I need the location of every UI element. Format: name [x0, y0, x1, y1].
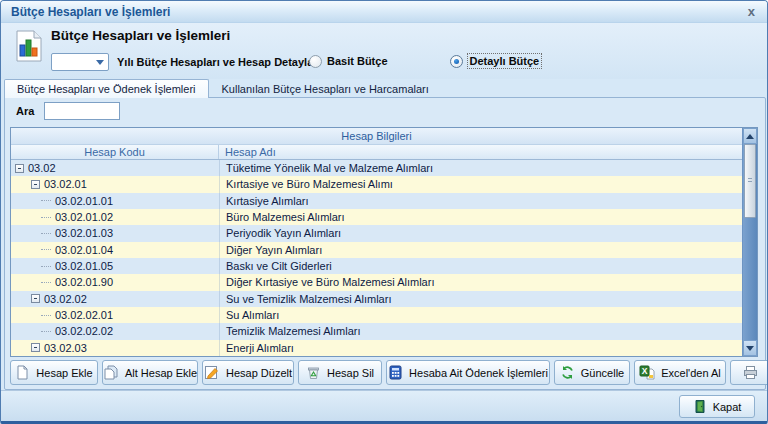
- table-row[interactable]: 03.02.02 Su ve Temizlik Malzemesi Alımla…: [11, 291, 742, 307]
- radio-detayli-butce[interactable]: Detaylı Bütçe: [450, 54, 542, 68]
- window-titlebar[interactable]: Bütçe Hesapları ve İşlemleri x: [1, 1, 767, 23]
- tree-expand-icon[interactable]: [41, 266, 51, 267]
- hesaba-ait-odenek-button[interactable]: Hesaba Ait Ödenek İşlemleri: [386, 360, 550, 385]
- account-code: 03.02.02: [44, 293, 87, 305]
- account-code-cell: 03.02.02: [11, 291, 219, 307]
- grid-column-headers: Hesap Kodu Hesap Adı: [11, 145, 742, 160]
- tree-expand-icon[interactable]: [41, 249, 51, 250]
- account-name: Tüketime Yönelik Mal ve Malzeme Alımları: [219, 160, 742, 176]
- table-row[interactable]: 03.02.01.90 Diğer Kırtasiye ve Büro Malz…: [11, 274, 742, 290]
- account-code-cell: 03.02.02.01: [11, 307, 219, 323]
- scrollbar-thumb[interactable]: [744, 144, 756, 218]
- budget-type-radio-group: Basit Bütçe Detaylı Bütçe: [309, 54, 541, 68]
- column-header-hesap-kodu[interactable]: Hesap Kodu: [11, 145, 219, 159]
- scroll-up-icon: [746, 134, 754, 139]
- radio-checked-icon: [450, 55, 463, 68]
- alt-hesap-ekle-label: Alt Hesap Ekle: [125, 367, 197, 379]
- scroll-up-button[interactable]: [743, 128, 757, 144]
- accounts-grid: Hesap Bilgileri Hesap Kodu Hesap Adı 03.…: [10, 127, 758, 357]
- tree-expand-icon[interactable]: [31, 180, 40, 189]
- door-exit-icon: [693, 399, 707, 414]
- header-section: Bütçe Hesapları ve İşlemleri Yılı Bütçe …: [1, 23, 767, 79]
- table-row[interactable]: 03.02 Tüketime Yönelik Mal ve Malzeme Al…: [11, 160, 742, 176]
- kapat-button[interactable]: Kapat: [679, 395, 755, 418]
- account-name: Büro Malzemesi Alımları: [219, 209, 742, 225]
- page-title: Bütçe Hesapları ve İşlemleri: [51, 28, 230, 43]
- account-code-cell: 03.02.01: [11, 176, 219, 192]
- hesap-sil-button[interactable]: Hesap Sil: [298, 360, 382, 385]
- tree-expand-icon[interactable]: [41, 200, 51, 201]
- tree-expand-icon[interactable]: [31, 343, 40, 352]
- account-code: 03.02.02.02: [55, 325, 113, 337]
- table-row[interactable]: 03.02.01.03 Periyodik Yayın Alımları: [11, 225, 742, 241]
- radio-detayli-butce-label: Detaylı Bütçe: [468, 54, 542, 68]
- search-input[interactable]: [44, 102, 120, 120]
- tree-expand-icon[interactable]: [41, 233, 51, 234]
- hesap-ekle-label: Hesap Ekle: [36, 367, 92, 379]
- table-row[interactable]: 03.02.02.02 Temizlik Malzemesi Alımları: [11, 323, 742, 339]
- grid-main: Hesap Bilgileri Hesap Kodu Hesap Adı 03.…: [11, 128, 742, 356]
- account-code: 03.02.01.03: [55, 227, 113, 239]
- footer-bar: Kapat: [1, 390, 767, 422]
- guncelle-label: Güncelle: [581, 367, 624, 379]
- scroll-down-button[interactable]: [743, 340, 757, 356]
- table-row[interactable]: 03.02.01.02 Büro Malzemesi Alımları: [11, 209, 742, 225]
- radio-basit-butce-label: Basit Bütçe: [327, 55, 388, 67]
- search-label: Ara: [16, 105, 34, 117]
- account-code-cell: 03.02.01.90: [11, 274, 219, 290]
- tab-bar: Bütçe Hesapları ve Ödenek İşlemleri Kull…: [4, 79, 764, 98]
- guncelle-button[interactable]: Güncelle: [554, 360, 630, 385]
- tree-expand-icon[interactable]: [31, 294, 40, 303]
- printer-icon: [743, 365, 758, 380]
- account-name: Kırtasiye ve Büro Malzemesi Alımı: [219, 176, 742, 192]
- copy-pages-icon: [103, 365, 119, 380]
- tab-kullanilan-butce[interactable]: Kullanılan Bütçe Hesapları ve Harcamalar…: [209, 79, 442, 98]
- account-code: 03.02.01.90: [55, 276, 113, 288]
- trash-icon: [306, 365, 321, 380]
- tree-expand-icon[interactable]: [41, 217, 51, 218]
- hesaba-ait-odenek-label: Hesaba Ait Ödenek İşlemleri: [409, 367, 548, 379]
- tab-butce-hesaplari[interactable]: Bütçe Hesapları ve Ödenek İşlemleri: [4, 79, 209, 98]
- bar-chart-document-icon: [13, 29, 45, 65]
- vertical-scrollbar[interactable]: [742, 128, 757, 356]
- hesap-duzelt-label: Hesap Düzelt: [226, 367, 292, 379]
- table-row[interactable]: 03.02.01 Kırtasiye ve Büro Malzemesi Alı…: [11, 176, 742, 192]
- account-code-cell: 03.02.03: [11, 340, 219, 356]
- refresh-icon: [560, 365, 575, 380]
- account-name: Su Alımları: [219, 307, 742, 323]
- table-row[interactable]: 03.02.01.04 Diğer Yayın Alımları: [11, 242, 742, 258]
- account-code-cell: 03.02.01.01: [11, 193, 219, 209]
- account-code-cell: 03.02.01.04: [11, 242, 219, 258]
- close-icon[interactable]: x: [746, 5, 757, 18]
- year-combo[interactable]: [51, 53, 109, 71]
- hesap-duzelt-button[interactable]: Hesap Düzelt: [202, 360, 294, 385]
- account-code: 03.02.01.04: [55, 244, 113, 256]
- table-row[interactable]: 03.02.01.05 Baskı ve Cilt Giderleri: [11, 258, 742, 274]
- tree-expand-icon[interactable]: [41, 331, 51, 332]
- table-row[interactable]: 03.02.02.01 Su Alımları: [11, 307, 742, 323]
- account-name: Enerji Alımları: [219, 340, 742, 356]
- table-row[interactable]: 03.02.03 Enerji Alımları: [11, 340, 742, 356]
- tree-expand-icon[interactable]: [41, 315, 51, 316]
- column-header-hesap-adi[interactable]: Hesap Adı: [219, 145, 742, 159]
- scrollbar-track[interactable]: [743, 218, 757, 340]
- account-name: Baskı ve Cilt Giderleri: [219, 258, 742, 274]
- account-code-cell: 03.02.02.02: [11, 323, 219, 339]
- partial-right-button[interactable]: [730, 360, 768, 385]
- account-code: 03.02.01: [44, 178, 87, 190]
- excelden-al-button[interactable]: X Excel'den Al: [634, 360, 726, 385]
- chevron-down-icon: [96, 60, 104, 65]
- scroll-down-icon: [746, 346, 754, 351]
- alt-hesap-ekle-button[interactable]: Alt Hesap Ekle: [102, 360, 198, 385]
- account-toolbar: Hesap Ekle Alt Hesap Ekle Hesap Düzelt: [10, 360, 768, 386]
- tree-expand-icon[interactable]: [41, 282, 51, 283]
- excelden-al-label: Excel'den Al: [661, 367, 721, 379]
- table-row[interactable]: 03.02.01.01 Kırtasiye Alımları: [11, 193, 742, 209]
- edit-pencil-icon: [204, 365, 220, 380]
- radio-basit-butce[interactable]: Basit Bütçe: [309, 54, 388, 68]
- search-row: Ara: [16, 102, 120, 120]
- hesap-ekle-button[interactable]: Hesap Ekle: [10, 360, 98, 385]
- tree-expand-icon[interactable]: [15, 164, 24, 173]
- account-code: 03.02: [28, 162, 56, 174]
- calculator-icon: [388, 365, 403, 380]
